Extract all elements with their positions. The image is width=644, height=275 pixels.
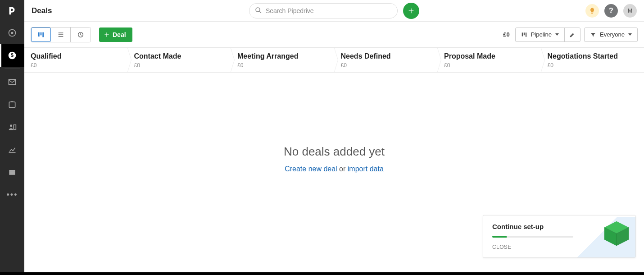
stage-title: Proposal Made bbox=[444, 52, 535, 60]
question-icon: ? bbox=[609, 7, 613, 15]
topbar: Deals ? M bbox=[24, 0, 644, 22]
stage-meeting-arranged[interactable]: Meeting Arranged £0 bbox=[231, 48, 335, 72]
more-icon: ••• bbox=[7, 190, 18, 200]
plus-icon bbox=[408, 7, 415, 14]
nav-mail[interactable] bbox=[0, 71, 24, 93]
filter-icon bbox=[590, 32, 596, 38]
pipeline-label: Pipeline bbox=[531, 31, 552, 38]
svg-point-6 bbox=[10, 124, 12, 127]
svg-text:$: $ bbox=[11, 52, 14, 58]
create-deal-link[interactable]: Create new deal bbox=[285, 165, 337, 173]
help-button[interactable]: ? bbox=[604, 4, 618, 18]
logo[interactable] bbox=[0, 0, 24, 22]
svg-rect-16 bbox=[58, 32, 63, 33]
svg-rect-7 bbox=[14, 125, 16, 129]
stage-contact-made[interactable]: Contact Made £0 bbox=[128, 48, 231, 72]
svg-line-11 bbox=[259, 11, 261, 13]
add-deal-label: Deal bbox=[113, 31, 126, 38]
chevron-down-icon bbox=[628, 33, 632, 36]
nav-products[interactable] bbox=[0, 161, 24, 183]
bottom-bar bbox=[0, 272, 644, 275]
pipeline-columns: Qualified £0 Contact Made £0 Meeting Arr… bbox=[24, 48, 644, 73]
stage-title: Meeting Arranged bbox=[237, 52, 328, 60]
owner-filter-label: Everyone bbox=[600, 31, 625, 38]
view-forecast-button[interactable] bbox=[71, 28, 91, 42]
stage-proposal-made[interactable]: Proposal Made £0 bbox=[438, 48, 541, 72]
sidebar-divider bbox=[5, 69, 20, 69]
plus-icon bbox=[104, 32, 110, 38]
svg-point-0 bbox=[11, 32, 14, 34]
filter-group: Pipeline Everyone bbox=[515, 28, 638, 42]
setup-widget: Continue set-up CLOSE bbox=[483, 215, 636, 258]
or-text: or bbox=[337, 165, 348, 173]
empty-heading: No deals added yet bbox=[284, 145, 385, 159]
stage-negotiations-started[interactable]: Negotiations Started £0 bbox=[541, 48, 644, 72]
stage-title: Contact Made bbox=[134, 52, 225, 60]
stage-needs-defined[interactable]: Needs Defined £0 bbox=[335, 48, 438, 72]
svg-rect-12 bbox=[591, 13, 593, 13]
pipeline-dropdown[interactable]: Pipeline bbox=[516, 28, 564, 41]
total-amount: £0 bbox=[503, 31, 509, 38]
add-deal-button[interactable]: Deal bbox=[99, 28, 132, 42]
setup-progress-fill bbox=[492, 236, 507, 238]
kanban-icon bbox=[521, 32, 527, 38]
stage-amount: £0 bbox=[548, 62, 638, 69]
stage-amount: £0 bbox=[134, 62, 225, 69]
svg-rect-17 bbox=[58, 34, 63, 35]
stage-amount: £0 bbox=[444, 62, 535, 69]
nav-leads[interactable] bbox=[0, 22, 24, 44]
nav-activities[interactable] bbox=[0, 93, 24, 116]
nav-deals[interactable]: $ bbox=[0, 44, 24, 67]
svg-point-10 bbox=[256, 8, 260, 12]
tips-button[interactable] bbox=[585, 4, 599, 18]
svg-rect-22 bbox=[526, 32, 526, 37]
svg-rect-8 bbox=[9, 171, 15, 175]
nav-insights[interactable] bbox=[0, 138, 24, 161]
import-data-link[interactable]: import data bbox=[348, 165, 384, 173]
stage-title: Needs Defined bbox=[341, 52, 431, 60]
list-icon bbox=[57, 31, 64, 38]
stage-amount: £0 bbox=[341, 62, 431, 69]
empty-subtext: Create new deal or import data bbox=[285, 165, 384, 173]
sidebar: $ ••• bbox=[0, 0, 24, 272]
svg-rect-13 bbox=[38, 32, 40, 36]
chevron-down-icon bbox=[555, 33, 559, 36]
svg-rect-21 bbox=[524, 32, 525, 35]
svg-rect-15 bbox=[42, 32, 44, 37]
svg-rect-4 bbox=[9, 102, 15, 108]
stage-title: Qualified bbox=[31, 52, 121, 60]
search-icon bbox=[254, 6, 263, 14]
svg-rect-18 bbox=[58, 36, 63, 37]
user-avatar[interactable]: M bbox=[623, 4, 637, 18]
quick-add-button[interactable] bbox=[403, 3, 419, 19]
search-input[interactable] bbox=[249, 3, 398, 18]
kanban-icon bbox=[37, 31, 45, 38]
stage-title: Negotiations Started bbox=[548, 52, 638, 60]
bulb-icon bbox=[589, 7, 596, 14]
topbar-actions: ? M bbox=[585, 4, 637, 18]
svg-rect-20 bbox=[522, 32, 523, 36]
owner-filter-dropdown[interactable]: Everyone bbox=[584, 28, 638, 42]
nav-contacts[interactable] bbox=[0, 116, 24, 138]
search-wrap bbox=[249, 3, 419, 19]
main: Deals ? M bbox=[24, 0, 644, 272]
view-pipeline-button[interactable] bbox=[31, 28, 51, 42]
svg-rect-5 bbox=[11, 101, 14, 103]
pencil-icon bbox=[569, 32, 576, 38]
toolbar: Deal £0 Pipeline Everyone bbox=[24, 22, 644, 48]
edit-pipeline-button[interactable] bbox=[565, 28, 580, 41]
cube-icon bbox=[601, 218, 632, 249]
page-title: Deals bbox=[32, 6, 52, 15]
forecast-icon bbox=[77, 31, 84, 38]
stage-qualified[interactable]: Qualified £0 bbox=[24, 48, 128, 72]
svg-rect-14 bbox=[41, 32, 42, 35]
stage-amount: £0 bbox=[237, 62, 328, 69]
view-list-button[interactable] bbox=[51, 28, 71, 42]
pipeline-selector: Pipeline bbox=[515, 28, 581, 42]
view-toggle-group bbox=[31, 27, 91, 42]
stage-amount: £0 bbox=[31, 62, 121, 69]
svg-rect-9 bbox=[9, 170, 15, 171]
nav-more[interactable]: ••• bbox=[0, 183, 24, 206]
